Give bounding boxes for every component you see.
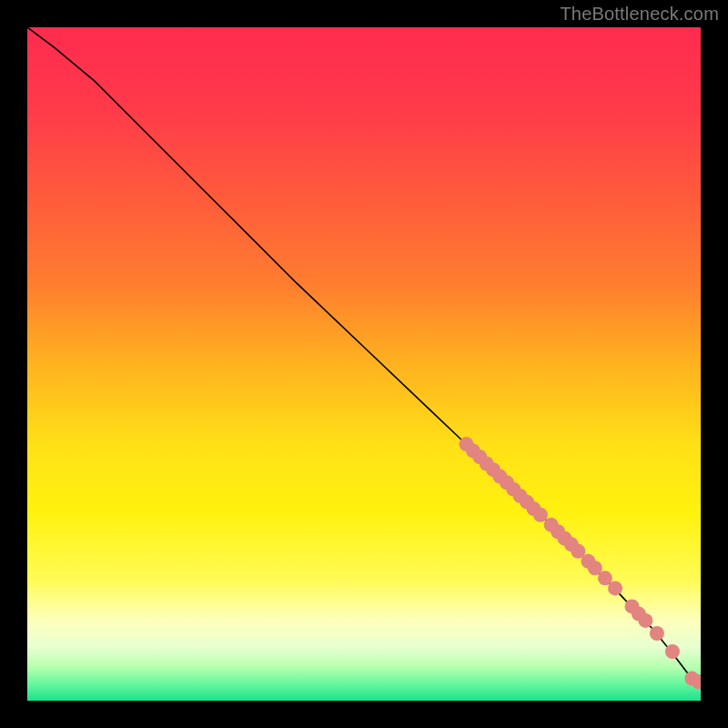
plot-svg — [27, 27, 701, 701]
plot-area — [27, 27, 701, 701]
data-marker — [533, 508, 548, 522]
attribution-label: TheBottleneck.com — [560, 4, 719, 25]
chart-stage: TheBottleneck.com — [0, 0, 728, 728]
data-marker — [650, 626, 664, 641]
plot-background — [27, 27, 701, 701]
data-marker — [665, 644, 680, 659]
data-marker — [608, 581, 622, 595]
data-marker — [638, 613, 652, 628]
